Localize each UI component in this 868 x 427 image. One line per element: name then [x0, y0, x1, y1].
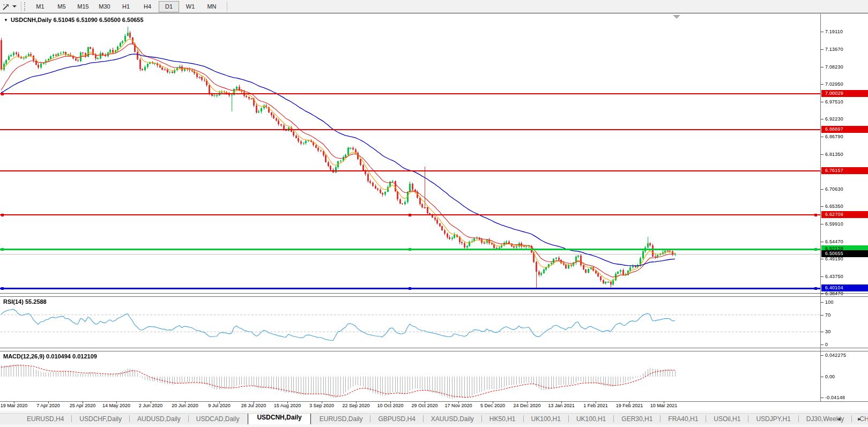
symbol-tab-usdchf-daily[interactable]: USDCHF,Daily: [72, 414, 129, 424]
hline-price-badge: 6.76157: [821, 167, 868, 174]
symbol-tab-gbpusd-h4[interactable]: GBPUSD,H4: [370, 414, 422, 424]
date-label: 28 Jul 2020: [241, 403, 266, 408]
rsi-indicator-label: RSI(14) 55.2588: [3, 298, 47, 305]
timeframe-buttons-group: M1M5M15M30H1H4D1W1MN: [29, 1, 222, 12]
price-axis-tick: [821, 206, 824, 207]
date-label: 2 Jun 2020: [139, 403, 163, 408]
price-axis-label: 6.59910: [825, 221, 843, 227]
price-axis-label: 6.70630: [825, 186, 843, 192]
price-chart-canvas[interactable]: [0, 14, 820, 401]
hline-price-badge: 7.00029: [821, 90, 868, 97]
price-axis-tick: [821, 32, 824, 32]
price-axis-tick: [821, 102, 824, 102]
rsi-axis-tick: [821, 344, 824, 345]
date-label: 22 Sep 2020: [342, 403, 369, 408]
toolbar-separator: [227, 2, 227, 11]
price-axis-label: 6.92230: [825, 116, 843, 122]
price-axis-label: 7.08230: [825, 64, 843, 70]
trading-terminal-window: M1M5M15M30H1H4D1W1MN ▼USDCNH,Daily 6.510…: [0, 0, 868, 427]
date-label: 29 Oct 2020: [411, 403, 437, 408]
symbol-tab-xauusd-daily[interactable]: XAUUSD,Daily: [424, 414, 481, 424]
date-label: 9 Jul 2020: [208, 403, 231, 408]
symbol-tab-usdjpy-h1[interactable]: USDJPY,H1: [748, 414, 798, 424]
price-axis-tick: [821, 154, 824, 155]
timeframe-button-d1[interactable]: D1: [159, 1, 179, 12]
chart-title: ▼USDCNH,Daily 6.51045 6.51090 6.50500 6.…: [4, 17, 144, 23]
timeframe-button-m1[interactable]: M1: [30, 1, 50, 12]
price-axis-label: 6.38470: [825, 291, 843, 296]
price-axis-border: [820, 14, 821, 401]
date-label: 19 Feb 2021: [616, 403, 643, 408]
timeframes-toolbar: M1M5M15M30H1H4D1W1MN: [0, 0, 868, 13]
rsi-axis-label: 100: [825, 299, 834, 305]
tabs-scroll-left-button[interactable]: ◄: [834, 415, 844, 423]
rsi-axis-tick: [821, 315, 824, 316]
price-axis-label: 6.54470: [825, 239, 843, 244]
price-axis-tick: [821, 242, 824, 242]
chart-shift-marker-icon: [673, 15, 680, 19]
timeframe-button-m30[interactable]: M30: [94, 1, 115, 12]
macd-axis-label: -0.04148: [825, 395, 845, 400]
symbol-tab-fra40-h1[interactable]: FRA40,H1: [661, 414, 706, 424]
symbol-tab-audusd-daily[interactable]: AUDUSD,Daily: [130, 414, 188, 424]
dropdown-caret-icon[interactable]: [12, 5, 17, 8]
chart-title-ohlc: 6.51045 6.51090 6.50500 6.50655: [53, 17, 143, 23]
price-axis-tick: [821, 49, 824, 50]
timeframe-button-w1[interactable]: W1: [180, 1, 201, 12]
symbol-tab-usdcnh-daily[interactable]: USDCNH,Daily: [248, 413, 310, 424]
symbol-tab-ger30-h1[interactable]: GER30,H1: [614, 414, 660, 424]
date-label: 24 Dec 2020: [513, 403, 540, 408]
timeframe-button-mn[interactable]: MN: [202, 1, 222, 12]
date-label: 10 Oct 2020: [377, 403, 403, 408]
symbol-tab-hk50-h1[interactable]: HK50,H1: [482, 414, 523, 424]
collapse-chart-icon[interactable]: ▼: [4, 18, 8, 23]
price-axis-label: 6.97510: [825, 99, 843, 104]
rsi-axis-tick: [821, 302, 824, 303]
price-axis-label: 7.13670: [825, 47, 843, 52]
pane-border: [0, 296, 868, 297]
hline-price-badge: 6.88897: [821, 126, 868, 133]
date-label: 10 Mar 2021: [650, 403, 678, 408]
toolbar-grip[interactable]: [24, 2, 27, 11]
macd-axis-tick: [821, 398, 824, 398]
date-label: 20 Jun 2020: [172, 403, 198, 408]
date-label: 17 Nov 2020: [444, 403, 472, 408]
chart-tabs-bar: EURUSD,H4USDCHF,DailyAUDUSD,DailyUSDCAD,…: [0, 410, 868, 427]
date-label: 25 Apr 2020: [70, 403, 96, 408]
price-axis-tick: [821, 67, 824, 68]
date-label: 3 Sep 2020: [309, 403, 334, 408]
symbol-tab-uk100-h1[interactable]: UK100,H1: [569, 414, 613, 424]
symbol-tab-usoil-h1[interactable]: USOil,H1: [706, 414, 748, 424]
chart-title-symbol: USDCNH,Daily: [11, 17, 51, 23]
crosshair-tool-icon[interactable]: [1, 2, 11, 11]
macd-signal-value: 0.012109: [72, 353, 97, 359]
macd-axis-label: 0.042275: [825, 353, 846, 358]
macd-indicator-label: MACD(12,26,9) 0.010494 0.012109: [3, 353, 97, 359]
macd-axis-tick: [821, 377, 824, 377]
date-label: 7 Apr 2020: [36, 403, 60, 408]
tabs-scroll-right-button[interactable]: ►: [855, 415, 864, 423]
symbol-tab-uk100-h1[interactable]: UK100,H1: [524, 414, 568, 424]
timeframe-button-m5[interactable]: M5: [51, 1, 72, 12]
price-axis-label: 6.43750: [825, 274, 843, 279]
symbol-tab-eurusd-daily[interactable]: EURUSD,Daily: [312, 414, 370, 424]
rsi-axis-label: 0: [825, 342, 828, 347]
macd-axis-tick: [821, 355, 824, 356]
timeframe-button-m15[interactable]: M15: [73, 1, 93, 12]
hline-price-badge: 6.62709: [821, 211, 868, 218]
bid-price-badge: 6.50655: [821, 250, 868, 257]
date-label: 5 Dec 2020: [480, 403, 505, 408]
price-axis-label: 7.19110: [825, 29, 843, 34]
price-axis-tick: [821, 294, 824, 294]
pane-border: [0, 351, 868, 351]
timeframe-button-h1[interactable]: H1: [116, 1, 136, 12]
toolbar-separator: [21, 2, 21, 11]
symbol-tab-eurusd-h4[interactable]: EURUSD,H4: [19, 414, 71, 424]
timeframe-button-h4[interactable]: H4: [137, 1, 158, 12]
price-axis-tick: [821, 84, 824, 85]
price-axis-tick: [821, 189, 824, 190]
date-label: 13 Jan 2021: [548, 403, 575, 408]
symbol-tab-usdcad-daily[interactable]: USDCAD,Daily: [189, 414, 247, 424]
hline-price-badge: 6.40104: [821, 284, 868, 291]
price-axis-tick: [821, 137, 824, 137]
